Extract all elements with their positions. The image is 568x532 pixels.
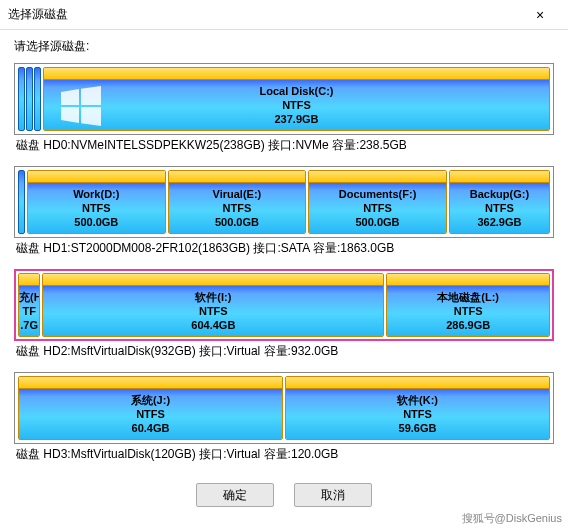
partition-header [286, 377, 549, 389]
partition-fs: NTFS [470, 201, 529, 215]
partition[interactable]: Backup(G:)NTFS362.9GB [449, 170, 550, 234]
disks-list: Local Disk(C:)NTFS237.9GB磁盘 HD0:NVMeINTE… [14, 63, 554, 463]
disk-group[interactable]: 系统(J:)NTFS60.4GB软件(K:)NTFS59.6GB [14, 372, 554, 444]
disk-label: 磁盘 HD1:ST2000DM008-2FR102(1863GB) 接口:SAT… [14, 240, 554, 257]
partition-info: Backup(G:)NTFS362.9GB [470, 187, 529, 229]
partition-name: Work(D:) [73, 187, 119, 201]
partition-body: 充(HTF.7G [19, 286, 39, 336]
partition-body: 软件(K:)NTFS59.6GB [286, 389, 549, 439]
partition-info: 本地磁盘(L:)NTFS286.9GB [437, 290, 499, 332]
partition-header [19, 377, 282, 389]
partition[interactable]: 系统(J:)NTFS60.4GB [18, 376, 283, 440]
partition-fs: NTFS [131, 407, 170, 421]
partition-fs: NTFS [339, 201, 417, 215]
partition-info: 充(HTF.7G [19, 290, 39, 332]
partition-name: 软件(K:) [397, 393, 438, 407]
disk-label: 磁盘 HD2:MsftVirtualDisk(932GB) 接口:Virtual… [14, 343, 554, 360]
partition-name: 系统(J:) [131, 393, 170, 407]
partition[interactable]: 软件(K:)NTFS59.6GB [285, 376, 550, 440]
partition[interactable]: Local Disk(C:)NTFS237.9GB [43, 67, 550, 131]
partition-info: Virual(E:)NTFS500.0GB [213, 187, 262, 229]
partition-header [43, 274, 383, 286]
disk-label: 磁盘 HD3:MsftVirtualDisk(120GB) 接口:Virtual… [14, 446, 554, 463]
partition-size: 500.0GB [339, 215, 417, 229]
partition-size: 59.6GB [397, 421, 438, 435]
partition-size: 237.9GB [260, 112, 334, 126]
partition-fs: NTFS [191, 304, 235, 318]
window-title: 选择源磁盘 [8, 6, 520, 23]
partition-name: Virual(E:) [213, 187, 262, 201]
partition-name: 充(H [19, 290, 39, 304]
partitions-row: 系统(J:)NTFS60.4GB软件(K:)NTFS59.6GB [18, 376, 550, 440]
reserved-bar [34, 67, 41, 131]
partition-name: Local Disk(C:) [260, 84, 334, 98]
partition-name: 软件(I:) [191, 290, 235, 304]
partition-header [28, 171, 165, 183]
windows-logo-icon [54, 82, 108, 130]
partition-header [19, 274, 39, 286]
partition-size: 362.9GB [470, 215, 529, 229]
partition[interactable]: Documents(F:)NTFS500.0GB [308, 170, 447, 234]
disk-group[interactable]: 充(HTF.7G软件(I:)NTFS604.4GB本地磁盘(L:)NTFS286… [14, 269, 554, 341]
prompt-label: 请选择源磁盘: [14, 38, 554, 55]
partition-fs: NTFS [260, 98, 334, 112]
dialog-content: 请选择源磁盘: Local Disk(C:)NTFS237.9GB磁盘 HD0:… [0, 30, 568, 519]
reserved-bar [18, 67, 25, 131]
disk-group[interactable]: Work(D:)NTFS500.0GBVirual(E:)NTFS500.0GB… [14, 166, 554, 238]
partition-size: 60.4GB [131, 421, 170, 435]
svg-marker-3 [81, 107, 101, 126]
partition-size: .7G [19, 318, 39, 332]
partition[interactable]: Work(D:)NTFS500.0GB [27, 170, 166, 234]
disk-group[interactable]: Local Disk(C:)NTFS237.9GB [14, 63, 554, 135]
button-row: 确定 取消 [14, 475, 554, 511]
partitions-row: Work(D:)NTFS500.0GBVirual(E:)NTFS500.0GB… [18, 170, 550, 234]
reserved-bar [26, 67, 33, 131]
ok-button[interactable]: 确定 [196, 483, 274, 507]
partition-size: 604.4GB [191, 318, 235, 332]
partition-header [387, 274, 549, 286]
partition-body: 软件(I:)NTFS604.4GB [43, 286, 383, 336]
reserved-area [18, 67, 41, 131]
partition-header [44, 68, 549, 80]
partitions-row: Local Disk(C:)NTFS237.9GB [18, 67, 550, 131]
svg-marker-0 [61, 89, 79, 105]
partition-fs: NTFS [213, 201, 262, 215]
partition-info: Work(D:)NTFS500.0GB [73, 187, 119, 229]
partition-header [450, 171, 549, 183]
partition-body: Virual(E:)NTFS500.0GB [169, 183, 306, 233]
titlebar: 选择源磁盘 × [0, 0, 568, 30]
partition-size: 286.9GB [437, 318, 499, 332]
svg-marker-1 [81, 86, 101, 105]
partition-size: 500.0GB [213, 215, 262, 229]
partition-info: 软件(I:)NTFS604.4GB [191, 290, 235, 332]
partition[interactable]: Virual(E:)NTFS500.0GB [168, 170, 307, 234]
reserved-area [18, 170, 25, 234]
partition-size: 500.0GB [73, 215, 119, 229]
partition-name: Documents(F:) [339, 187, 417, 201]
partition-info: 系统(J:)NTFS60.4GB [131, 393, 170, 435]
partition-fs: TF [19, 304, 39, 318]
partition-fs: NTFS [397, 407, 438, 421]
partition-info: Local Disk(C:)NTFS237.9GB [260, 84, 334, 126]
partition[interactable]: 软件(I:)NTFS604.4GB [42, 273, 384, 337]
partition-body: 系统(J:)NTFS60.4GB [19, 389, 282, 439]
partition[interactable]: 充(HTF.7G [18, 273, 40, 337]
partition-info: Documents(F:)NTFS500.0GB [339, 187, 417, 229]
partition-name: Backup(G:) [470, 187, 529, 201]
svg-marker-2 [61, 107, 79, 123]
partition-fs: NTFS [437, 304, 499, 318]
partitions-row: 充(HTF.7G软件(I:)NTFS604.4GB本地磁盘(L:)NTFS286… [18, 273, 550, 337]
close-icon[interactable]: × [520, 7, 560, 23]
cancel-button[interactable]: 取消 [294, 483, 372, 507]
partition-header [169, 171, 306, 183]
partition-body: Backup(G:)NTFS362.9GB [450, 183, 549, 233]
partition-info: 软件(K:)NTFS59.6GB [397, 393, 438, 435]
partition-body: Work(D:)NTFS500.0GB [28, 183, 165, 233]
partition-body: Local Disk(C:)NTFS237.9GB [44, 80, 549, 130]
partition-fs: NTFS [73, 201, 119, 215]
partition-body: Documents(F:)NTFS500.0GB [309, 183, 446, 233]
disk-label: 磁盘 HD0:NVMeINTELSSDPEKKW25(238GB) 接口:NVM… [14, 137, 554, 154]
partition-name: 本地磁盘(L:) [437, 290, 499, 304]
partition-header [309, 171, 446, 183]
partition[interactable]: 本地磁盘(L:)NTFS286.9GB [386, 273, 550, 337]
